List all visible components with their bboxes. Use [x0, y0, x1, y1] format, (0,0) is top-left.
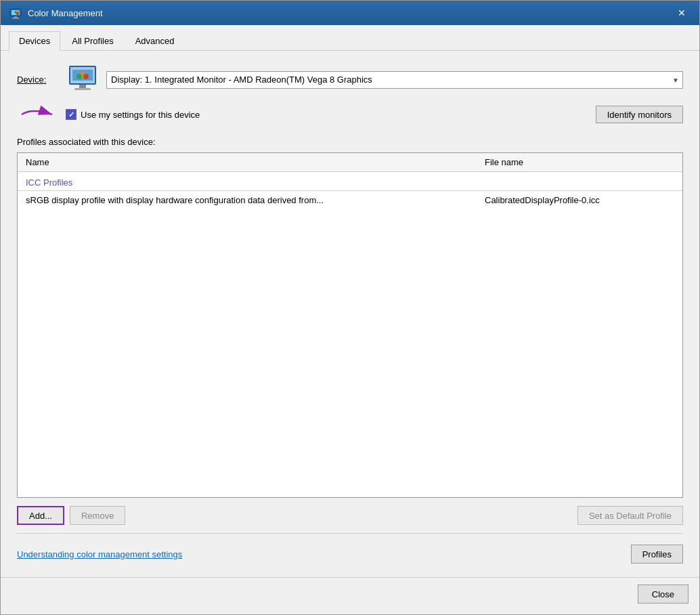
profiles-table: Name File name ICC Profiles sRGB display…: [17, 152, 683, 498]
separator-line: [17, 533, 683, 534]
remove-button[interactable]: Remove: [70, 506, 125, 525]
action-buttons-row: Add... Remove Set as Default Profile: [17, 498, 683, 530]
device-label: Device:: [17, 75, 58, 85]
svg-rect-3: [12, 18, 19, 19]
close-button[interactable]: ✕: [672, 6, 691, 20]
app-icon: [9, 6, 22, 20]
identify-monitors-button[interactable]: Identify monitors: [596, 106, 683, 123]
set-default-button[interactable]: Set as Default Profile: [577, 506, 683, 525]
device-dropdown[interactable]: Display: 1. Integrated Monitor - AMD Rad…: [106, 71, 683, 89]
profile-filename-cell: CalibratedDisplayProfile-0.icc: [485, 195, 674, 205]
arrow-annotation: [18, 104, 59, 125]
svg-rect-10: [79, 85, 86, 88]
table-body: ICC Profiles sRGB display profile with d…: [18, 172, 682, 497]
device-dropdown-wrapper: Display: 1. Integrated Monitor - AMD Rad…: [106, 71, 683, 89]
svg-rect-2: [14, 16, 17, 18]
title-bar: Color Management ✕: [1, 1, 699, 25]
understanding-link[interactable]: Understanding color management settings: [17, 549, 182, 559]
profiles-associated-label: Profiles associated with this device:: [17, 137, 683, 147]
close-dialog-button[interactable]: Close: [638, 585, 688, 603]
footer: Close: [1, 577, 699, 614]
table-header: Name File name: [18, 153, 682, 172]
checkbox-label[interactable]: ✓ Use my settings for this device: [66, 109, 200, 120]
monitor-icon: [66, 64, 100, 95]
profiles-button[interactable]: Profiles: [631, 545, 683, 564]
main-window: Color Management ✕ Devices All Profiles …: [0, 0, 700, 615]
profile-name-cell: sRGB display profile with display hardwa…: [26, 195, 485, 205]
window-title: Color Management: [28, 8, 672, 18]
tab-bar: Devices All Profiles Advanced: [1, 25, 699, 51]
tab-all-profiles[interactable]: All Profiles: [62, 31, 123, 51]
settings-row: ✓ Use my settings for this device Identi…: [66, 106, 683, 123]
column-name-header: Name: [26, 157, 485, 167]
add-button[interactable]: Add...: [17, 506, 64, 525]
svg-point-13: [76, 74, 82, 79]
tab-advanced[interactable]: Advanced: [125, 31, 185, 51]
tab-devices[interactable]: Devices: [9, 31, 60, 51]
svg-point-6: [16, 12, 19, 15]
icc-profiles-category: ICC Profiles: [18, 175, 682, 191]
svg-rect-11: [74, 88, 91, 90]
device-row: Device: Display: 1. Integrated Monitor -…: [17, 64, 683, 95]
checkbox-text: Use my settings for this device: [81, 110, 200, 120]
bottom-row: Understanding color management settings …: [17, 536, 683, 564]
table-row[interactable]: sRGB display profile with display hardwa…: [18, 192, 682, 208]
checkbox-use-settings[interactable]: ✓: [66, 109, 76, 120]
column-filename-header: File name: [485, 157, 674, 167]
content-area: Device: Display: 1. Integrated Monitor -…: [1, 51, 699, 577]
svg-point-14: [83, 74, 89, 79]
